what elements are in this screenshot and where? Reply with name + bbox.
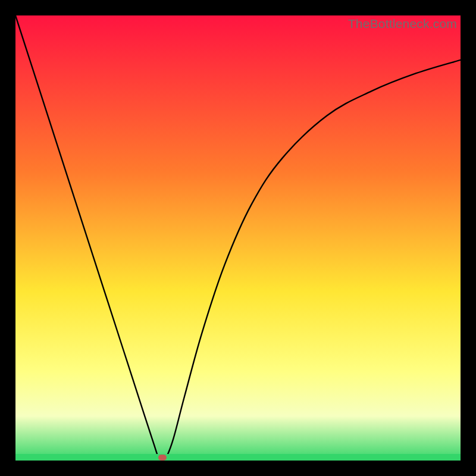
watermark-text: TheBottleneck.com	[348, 17, 457, 31]
chart-frame: TheBottleneck.com	[15, 15, 461, 461]
green-baseline-band	[15, 454, 461, 461]
optimal-point-marker	[158, 455, 167, 461]
bottleneck-chart	[15, 15, 461, 461]
